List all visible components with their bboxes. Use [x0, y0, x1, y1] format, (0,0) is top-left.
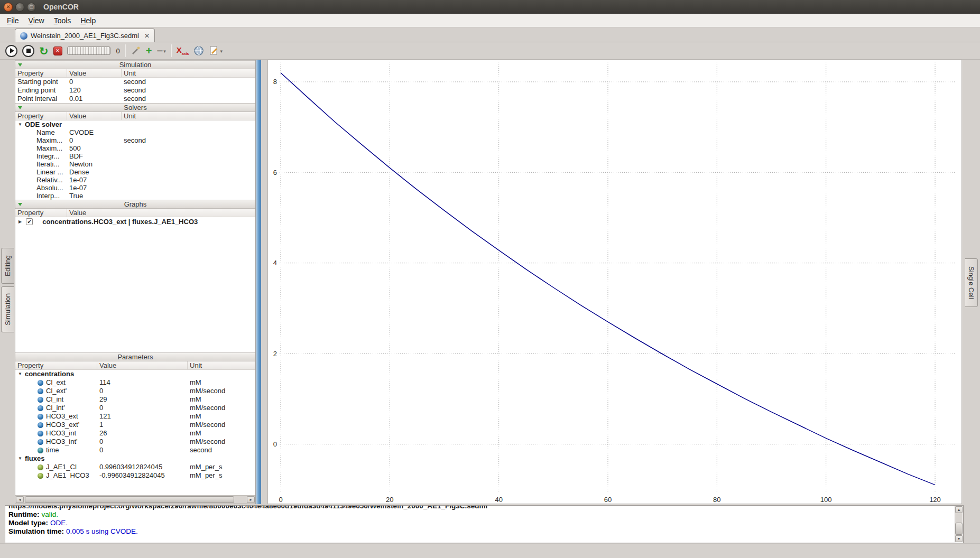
tree-group-row[interactable]: ▼ fluxes — [15, 454, 255, 463]
value-cell[interactable]: 0 — [97, 404, 188, 412]
value-cell[interactable]: 1e-07 — [67, 176, 122, 184]
value-cell[interactable]: 1e-07 — [67, 184, 122, 192]
window-close-button[interactable]: ✕ — [4, 3, 13, 12]
table-row[interactable]: Integr... BDF — [15, 152, 255, 160]
value-cell[interactable]: 120 — [67, 86, 122, 95]
section-header-parameters[interactable]: Parameters — [15, 352, 255, 361]
parameter-row[interactable]: HCO3_int 26 mM — [15, 429, 255, 438]
expand-arrow-icon[interactable]: ▶ — [19, 219, 22, 224]
table-row[interactable]: Maxim... 0 second — [15, 136, 255, 144]
panel-splitter[interactable] — [256, 60, 261, 504]
parameter-row[interactable]: Cl_ext 114 mM — [15, 378, 255, 387]
sedml-export-button[interactable]: ▾ — [209, 45, 223, 56]
parameter-row[interactable]: J_AE1_HCO3 -0.996034912824045 mM_per_s — [15, 471, 255, 480]
value-cell[interactable]: 121 — [97, 412, 188, 421]
table-row[interactable]: Point interval 0.01 second — [15, 95, 255, 103]
column-unit[interactable]: Unit — [122, 69, 255, 77]
value-cell[interactable]: 1 — [97, 421, 188, 429]
parameter-row[interactable]: Cl_int' 0 mM/second — [15, 404, 255, 412]
add-graph-panel-button[interactable]: + — [146, 45, 152, 56]
view-tab-single-cell[interactable]: Single Cell — [965, 258, 978, 307]
value-cell[interactable]: 0 — [67, 78, 122, 86]
output-scrollbar[interactable]: ▴ ▾ — [955, 506, 963, 542]
column-value[interactable]: Value — [67, 69, 122, 77]
view-tab-simulation[interactable]: Simulation — [1, 286, 14, 332]
section-header-solvers[interactable]: Solvers — [15, 103, 255, 112]
parameter-row[interactable]: HCO3_ext' 1 mM/second — [15, 421, 255, 429]
column-value[interactable]: Value — [97, 361, 188, 369]
menu-help[interactable]: Help — [76, 15, 100, 26]
graph-row[interactable]: ▶ ✔ concentrations.HCO3_ext | fluxes.J_A… — [15, 217, 255, 226]
tree-group-row[interactable]: ▼ concentrations — [15, 370, 255, 378]
scroll-left-button[interactable]: ◂ — [16, 496, 24, 503]
table-row[interactable]: Name CVODE — [15, 128, 255, 136]
window-maximize-button[interactable]: ▢ — [27, 3, 36, 12]
export-data-button[interactable] — [193, 45, 204, 56]
table-row[interactable]: Starting point 0 second — [15, 78, 255, 86]
column-value[interactable]: Value — [67, 112, 122, 120]
delay-wheel[interactable] — [67, 46, 110, 55]
tree-group-row[interactable]: ▼ ODE solver — [15, 120, 255, 128]
run-simulation-button[interactable] — [5, 45, 17, 57]
tab-close-icon[interactable]: ✕ — [144, 32, 150, 40]
value-cell[interactable]: 114 — [97, 378, 188, 387]
column-unit[interactable]: Unit — [122, 112, 255, 120]
reset-parameters-button[interactable]: ↻ — [39, 45, 49, 57]
table-row[interactable]: Linear ... Dense — [15, 168, 255, 176]
value-cell[interactable]: Dense — [67, 168, 122, 176]
value-cell[interactable]: 26 — [97, 429, 188, 438]
scroll-right-button[interactable]: ▸ — [247, 496, 255, 503]
value-cell[interactable]: True — [67, 192, 122, 200]
menu-view[interactable]: View — [24, 15, 49, 26]
value-cell[interactable]: 0.01 — [67, 95, 122, 103]
column-value[interactable]: Value — [67, 209, 255, 217]
column-unit[interactable]: Unit — [188, 361, 255, 369]
section-header-simulation[interactable]: Simulation — [15, 60, 255, 69]
wand-button[interactable] — [131, 45, 141, 56]
value-cell[interactable]: 0 — [67, 136, 122, 144]
value-cell[interactable]: 0.996034912824045 — [97, 463, 188, 471]
scroll-down-button[interactable]: ▾ — [955, 535, 963, 542]
collapse-arrow-icon[interactable]: ▼ — [18, 120, 22, 128]
value-cell[interactable]: 29 — [97, 395, 188, 404]
window-minimize-button[interactable]: − — [15, 3, 24, 12]
view-tab-editing[interactable]: Editing — [1, 248, 14, 284]
parameter-row[interactable]: time 0 second — [15, 446, 255, 454]
value-cell[interactable]: Newton — [67, 160, 122, 168]
table-row[interactable]: Relativ... 1e-07 — [15, 176, 255, 184]
value-cell[interactable]: 0 — [97, 446, 188, 454]
section-header-graphs[interactable]: Graphs — [15, 200, 255, 209]
value-cell[interactable]: 500 — [67, 144, 122, 152]
scrollbar-thumb[interactable] — [25, 496, 234, 503]
column-property[interactable]: Property — [15, 69, 67, 77]
table-row[interactable]: Interp... True — [15, 192, 255, 200]
parameter-row[interactable]: HCO3_ext 121 mM — [15, 412, 255, 421]
table-row[interactable]: Absolu... 1e-07 — [15, 184, 255, 192]
column-property[interactable]: Property — [15, 361, 97, 369]
collapse-arrow-icon[interactable]: ▼ — [18, 370, 22, 378]
table-row[interactable]: Ending point 120 second — [15, 86, 255, 95]
graph-checkbox[interactable]: ✔ — [26, 218, 33, 225]
collapse-arrow-icon[interactable]: ▼ — [18, 454, 22, 463]
remove-graph-panel-button[interactable]: − ▾ — [157, 45, 166, 56]
value-cell[interactable]: 0 — [97, 387, 188, 395]
horizontal-scrollbar[interactable]: ◂ ▸ — [15, 495, 255, 504]
clear-results-button[interactable]: ✕ — [53, 46, 62, 55]
value-cell[interactable]: -0.996034912824045 — [97, 471, 188, 480]
table-row[interactable]: Iterati... Newton — [15, 160, 255, 168]
document-tab[interactable]: Weinstein_2000_AE1_Fig3C.sedml ✕ — [15, 29, 155, 42]
stop-simulation-button[interactable] — [22, 45, 34, 57]
column-property[interactable]: Property — [15, 209, 67, 217]
value-cell[interactable]: 0 — [97, 438, 188, 446]
parameter-row[interactable]: Cl_int 29 mM — [15, 395, 255, 404]
value-cell[interactable]: CVODE — [67, 128, 122, 136]
parameter-row[interactable]: HCO3_int' 0 mM/second — [15, 438, 255, 446]
table-row[interactable]: Maxim... 500 — [15, 144, 255, 152]
menu-tools[interactable]: Tools — [49, 15, 76, 26]
scrollbar-thumb[interactable] — [955, 523, 963, 535]
value-cell[interactable]: BDF — [67, 152, 122, 160]
parameter-row[interactable]: J_AE1_Cl 0.996034912824045 mM_per_s — [15, 463, 255, 471]
column-property[interactable]: Property — [15, 112, 67, 120]
graph-panel[interactable]: 02040608010012002468 — [267, 60, 962, 504]
x-axis-button[interactable]: Xaxis — [177, 46, 189, 55]
